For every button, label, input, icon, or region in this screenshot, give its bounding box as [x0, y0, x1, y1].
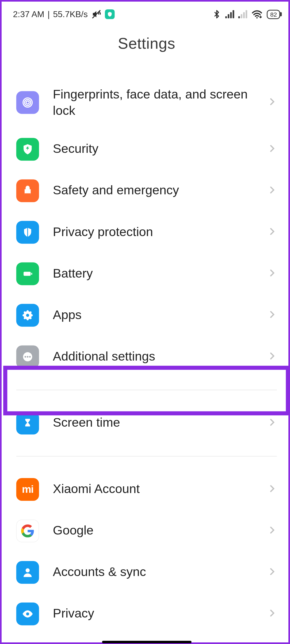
divider [16, 456, 277, 456]
status-sep: | [48, 9, 50, 19]
google-icon [16, 519, 39, 542]
fingerprint-icon [16, 91, 39, 114]
svg-rect-6 [24, 272, 31, 276]
row-screen-time[interactable]: Screen time [16, 402, 277, 444]
svg-rect-5 [25, 193, 31, 195]
row-label: Google [53, 522, 254, 539]
emergency-icon [16, 179, 39, 202]
svg-point-11 [26, 318, 29, 320]
chevron-right-icon [267, 417, 277, 429]
row-safety[interactable]: Safety and emergency [16, 170, 277, 211]
row-xiaomi-account[interactable]: mi Xiaomi Account [16, 468, 277, 510]
chevron-right-icon [267, 226, 277, 238]
apps-gear-icon [16, 304, 39, 327]
row-google[interactable]: Google [16, 510, 277, 551]
status-bar: 2:37 AM | 55.7KB/s [2, 2, 290, 24]
row-fingerprints[interactable]: Fingerprints, face data, and screen lock [16, 77, 277, 128]
chevron-right-icon [267, 567, 277, 578]
divider [16, 389, 277, 390]
svg-point-20 [27, 356, 28, 357]
row-privacy[interactable]: Privacy [16, 593, 277, 634]
row-label: Accounts & sync [53, 564, 254, 580]
battery-icon: 82 [267, 10, 280, 19]
chevron-right-icon [267, 268, 277, 279]
signal-icon-2 [238, 10, 247, 18]
battery-level: 82 [270, 11, 277, 18]
row-battery[interactable]: Battery [16, 253, 277, 294]
app-badge-icon [105, 9, 115, 19]
settings-list[interactable]: Fingerprints, face data, and screen lock… [2, 77, 290, 634]
svg-point-22 [26, 568, 30, 572]
svg-point-19 [25, 356, 26, 357]
svg-point-10 [26, 310, 29, 312]
person-icon [16, 561, 39, 584]
svg-point-13 [31, 314, 33, 316]
svg-point-9 [26, 314, 29, 317]
row-label: Additional settings [53, 348, 254, 365]
svg-point-23 [26, 612, 29, 615]
row-label: Battery [53, 266, 254, 282]
svg-point-21 [29, 356, 31, 357]
status-time: 2:37 AM [13, 9, 44, 19]
chevron-right-icon [267, 351, 277, 362]
battery-row-icon [16, 262, 39, 285]
row-label: Privacy [53, 605, 254, 622]
row-label: Fingerprints, face data, and screen lock [53, 86, 254, 119]
privacy-shield-icon [16, 221, 39, 244]
svg-point-17 [29, 317, 32, 319]
chevron-right-icon [267, 97, 277, 108]
chevron-right-icon [267, 185, 277, 196]
svg-rect-7 [31, 272, 32, 275]
mute-icon [91, 9, 102, 20]
svg-point-2 [26, 101, 29, 104]
row-label: Privacy protection [53, 224, 254, 240]
row-accounts-sync[interactable]: Accounts & sync [16, 551, 277, 593]
svg-point-1 [257, 17, 258, 18]
hourglass-icon [16, 412, 39, 434]
screen: 2:37 AM | 55.7KB/s [2, 2, 290, 644]
svg-point-16 [24, 317, 26, 319]
row-additional-settings[interactable]: Additional settings [16, 336, 277, 377]
svg-point-14 [24, 311, 26, 313]
chevron-right-icon [267, 309, 277, 321]
xiaomi-icon: mi [16, 478, 39, 501]
status-right: 82 [212, 9, 280, 19]
bluetooth-icon [212, 9, 221, 19]
chevron-right-icon [267, 608, 277, 620]
eye-icon [16, 602, 39, 625]
row-apps[interactable]: Apps [16, 294, 277, 336]
row-label: Safety and emergency [53, 183, 254, 199]
more-icon [16, 345, 39, 368]
shield-icon [16, 138, 39, 161]
screenshot-frame: 2:37 AM | 55.7KB/s [0, 0, 290, 644]
row-privacy-protection[interactable]: Privacy protection [16, 211, 277, 253]
status-speed: 55.7KB/s [53, 9, 88, 19]
chevron-right-icon [267, 525, 277, 537]
chevron-right-icon [267, 484, 277, 495]
row-security[interactable]: Security [16, 128, 277, 170]
page-title: Settings [2, 24, 290, 77]
home-indicator[interactable] [102, 641, 191, 643]
svg-point-15 [29, 311, 32, 313]
svg-point-3 [25, 100, 31, 106]
signal-icon-1 [226, 10, 234, 18]
row-label: Security [53, 141, 254, 157]
row-label: Apps [53, 307, 254, 323]
svg-point-12 [22, 314, 25, 316]
row-label: Xiaomi Account [53, 481, 254, 497]
wifi-icon [251, 10, 263, 18]
chevron-right-icon [267, 143, 277, 155]
row-label: Screen time [53, 415, 254, 431]
status-left: 2:37 AM | 55.7KB/s [13, 9, 115, 20]
